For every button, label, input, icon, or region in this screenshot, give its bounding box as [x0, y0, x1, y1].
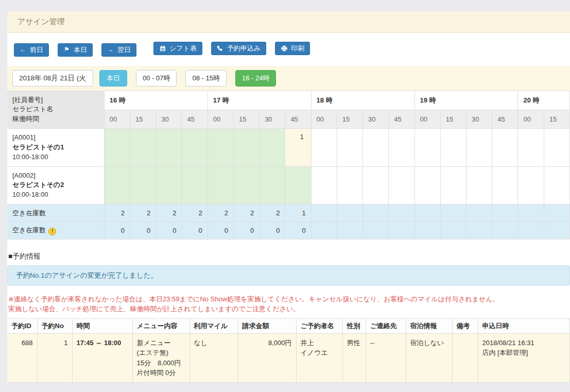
slot-cell[interactable]	[544, 129, 569, 167]
bookings-col-header: 時間	[72, 318, 132, 333]
slot-cell[interactable]	[492, 166, 518, 204]
range-button-2[interactable]: 16 - 24時	[235, 70, 276, 87]
minute-header: 00	[518, 110, 544, 128]
stock-value-cell	[389, 222, 414, 240]
schedule-corner-header: [社員番号]セラピスト名稼働時間	[7, 91, 104, 129]
bookings-col-header: 予約ID	[7, 318, 37, 333]
slot-cell[interactable]	[467, 166, 492, 204]
slot-cell[interactable]	[260, 166, 285, 204]
stock-value-cell: 0	[156, 222, 182, 240]
stock-value-cell: 0	[130, 222, 156, 240]
stock-value-cell	[518, 222, 544, 240]
slot-cell[interactable]	[208, 166, 233, 204]
toolbar-button-label: 予約申込み	[227, 44, 261, 53]
slot-cell[interactable]	[182, 129, 208, 167]
toolbar-button-label: 印刷	[291, 44, 304, 53]
slot-cell[interactable]	[311, 166, 337, 204]
booking-cell: なし	[189, 333, 238, 382]
bookings-col-header: メニュー内容	[132, 318, 189, 333]
minute-header: 15	[440, 110, 466, 128]
booking-cell: 688	[7, 333, 37, 382]
flag-icon: ⚑	[63, 46, 70, 53]
slot-cell[interactable]	[518, 129, 544, 167]
date-input[interactable]	[12, 70, 93, 87]
minute-header: 15	[130, 110, 156, 128]
booking-cell: 井上イノウエ	[296, 333, 342, 382]
slot-cell[interactable]	[130, 129, 156, 167]
slot-cell[interactable]	[233, 129, 259, 167]
stock-value-cell: 0	[285, 222, 311, 240]
slot-cell[interactable]	[363, 129, 389, 167]
today-button[interactable]: 本日	[99, 70, 127, 87]
noshow-warning-line1: ※連絡なく予約客が来客されなかった場合は、本日23:59までにNo Show処理…	[8, 295, 570, 304]
booked-slot-cell[interactable]: 1	[285, 129, 311, 167]
stock-value-cell	[363, 222, 389, 240]
therapist-name: セラピストその1	[12, 143, 99, 152]
toolbar-button-today[interactable]: ⚑本日	[58, 43, 93, 57]
minute-header: 15	[544, 110, 569, 128]
slot-cell[interactable]	[414, 129, 440, 167]
arrow-left-icon: ←	[20, 46, 26, 53]
slot-cell[interactable]	[285, 166, 311, 204]
stock-row: 空き在庫数!00000000	[7, 222, 570, 240]
booking-cell: 1	[37, 333, 72, 382]
toolbar-button-print[interactable]: 印刷	[275, 42, 310, 55]
minute-header: 45	[285, 110, 311, 128]
bookings-col-header: ご連絡先	[366, 318, 406, 333]
date-bar: 本日 00 - 07時08 - 15時16 - 24時	[7, 66, 570, 91]
toolbar-button-label: 本日	[74, 45, 87, 54]
slot-cell[interactable]	[467, 129, 492, 167]
stock-value-cell: 2	[182, 204, 208, 222]
therapist-label: [A0001]セラピストその110:00-18:00	[7, 129, 104, 167]
slot-cell[interactable]	[440, 129, 466, 167]
stock-value-cell	[337, 204, 362, 222]
bookings-header-row: 予約ID予約No時間メニュー内容利用マイル請求金額ご予約者名性別ご連絡先宿泊情報…	[7, 318, 570, 333]
stock-value-cell	[389, 204, 414, 222]
minute-header: 45	[182, 110, 208, 128]
slot-cell[interactable]	[518, 166, 544, 204]
toolbar-button-next-day[interactable]: →翌日	[101, 43, 136, 57]
hour-header: 19 時	[414, 91, 518, 110]
slot-cell[interactable]	[260, 129, 285, 167]
minute-header: 00	[311, 110, 337, 128]
slot-cell[interactable]	[311, 129, 337, 167]
stock-value-cell: 0	[182, 222, 208, 240]
reservation-info-message: 予約No.1のアサインの変更が完了しました。	[7, 265, 570, 286]
slot-cell[interactable]	[337, 129, 362, 167]
stock-value-cell	[363, 204, 389, 222]
toolbar-button-label: 前日	[30, 45, 43, 54]
slot-cell[interactable]	[156, 129, 182, 167]
bookings-col-header: 利用マイル	[189, 318, 238, 333]
slot-cell[interactable]	[337, 166, 362, 204]
slot-cell[interactable]	[104, 129, 130, 167]
slot-cell[interactable]	[233, 166, 259, 204]
slot-cell[interactable]	[208, 129, 233, 167]
slot-cell[interactable]	[440, 166, 466, 204]
slot-cell[interactable]	[104, 166, 130, 204]
slot-cell[interactable]	[389, 129, 414, 167]
stock-value-cell	[492, 222, 518, 240]
slot-cell[interactable]	[389, 166, 414, 204]
therapist-working-hours: 10:00-18:00	[12, 190, 99, 200]
minute-header: 00	[104, 110, 130, 128]
range-button-0[interactable]: 00 - 07時	[136, 70, 177, 87]
slot-cell[interactable]	[182, 166, 208, 204]
slot-cell[interactable]	[156, 166, 182, 204]
stock-value-cell	[492, 204, 518, 222]
page-title: アサイン管理	[7, 11, 570, 33]
arrow-right-icon: →	[107, 46, 114, 53]
range-button-1[interactable]: 08 - 15時	[185, 70, 226, 87]
minute-header: 15	[337, 110, 362, 128]
toolbar-button-prev-day[interactable]: ←前日	[14, 43, 49, 57]
slot-cell[interactable]	[130, 166, 156, 204]
slot-cell[interactable]	[363, 166, 389, 204]
toolbar-button-shift-table[interactable]: シフト表	[153, 42, 202, 55]
therapist-name: セラピストその2	[12, 180, 99, 190]
slot-cell[interactable]	[414, 166, 440, 204]
therapist-label: [A0002]セラピストその210:00-18:00	[7, 166, 104, 204]
slot-cell[interactable]	[544, 166, 569, 204]
slot-cell[interactable]	[492, 129, 518, 167]
phone-icon	[217, 45, 223, 52]
schedule-header-hours-row: [社員番号]セラピスト名稼働時間16 時17 時18 時19 時20 時	[7, 91, 570, 110]
toolbar-button-reservation-apply[interactable]: 予約申込み	[211, 42, 266, 55]
